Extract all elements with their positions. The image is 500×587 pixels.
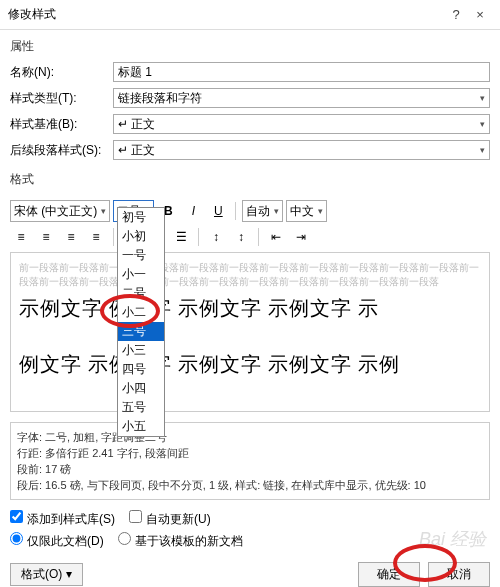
auto-update-checkbox[interactable]: 自动更新(U) [129, 510, 211, 528]
linespace-2-icon[interactable]: ☰ [170, 226, 192, 248]
type-label: 样式类型(T): [10, 90, 105, 107]
watermark: Bai 经验 [419, 527, 486, 551]
base-value: ↵ 正文 [118, 116, 155, 133]
size-option[interactable]: 三号 [118, 322, 164, 341]
desc-l1: 字体: 二号, 加粗, 字距调整二号 [17, 429, 483, 445]
align-justify-icon[interactable]: ≡ [85, 226, 107, 248]
properties-label: 属性 [0, 30, 500, 59]
italic-button[interactable]: I [182, 200, 204, 222]
font-value: 宋体 (中文正文) [14, 203, 101, 220]
chevron-down-icon: ▾ [480, 119, 485, 129]
name-label: 名称(N): [10, 64, 105, 81]
format-menu-button[interactable]: 格式(O) ▾ [10, 563, 83, 586]
lang-combo[interactable]: 中文 ▾ [286, 200, 327, 222]
preview-pane: 前一段落前一段落前一段落前一段落前一段落前一段落前一段落前一段落前一段落前一段落… [10, 252, 490, 412]
size-option[interactable]: 初号 [118, 208, 164, 227]
base-select[interactable]: ↵ 正文 ▾ [113, 114, 490, 134]
type-select[interactable]: 链接段落和字符 ▾ [113, 88, 490, 108]
size-option[interactable]: 四号 [118, 360, 164, 379]
grey-context: 前一段落前一段落前一段落前一段落前一段落前一段落前一段落前一段落前一段落前一段落… [19, 261, 481, 289]
size-option[interactable]: 小五 [118, 417, 164, 436]
font-combo[interactable]: 宋体 (中文正文) ▾ [10, 200, 110, 222]
type-value: 链接段落和字符 [118, 90, 202, 107]
next-label: 后续段落样式(S): [10, 142, 105, 159]
desc-l4: 段后: 16.5 磅, 与下段同页, 段中不分页, 1 级, 样式: 链接, 在… [17, 477, 483, 493]
align-center-icon[interactable]: ≡ [35, 226, 57, 248]
align-right-icon[interactable]: ≡ [60, 226, 82, 248]
indent-left-icon[interactable]: ⇤ [265, 226, 287, 248]
desc-l3: 段前: 17 磅 [17, 461, 483, 477]
sample-text-2: 例文字 示例文字 示例文字 示例文字 示例 [19, 345, 481, 383]
desc-l2: 行距: 多倍行距 2.41 字行, 段落间距 [17, 445, 483, 461]
size-option[interactable]: 二号 [118, 284, 164, 303]
size-option[interactable]: 一号 [118, 246, 164, 265]
indent-right-icon[interactable]: ⇥ [290, 226, 312, 248]
size-option[interactable]: 小二 [118, 303, 164, 322]
align-left-icon[interactable]: ≡ [10, 226, 32, 248]
base-label: 样式基准(B): [10, 116, 105, 133]
template-radio[interactable]: 基于该模板的新文档 [118, 532, 243, 550]
style-description: 字体: 二号, 加粗, 字距调整二号 行距: 多倍行距 2.41 字行, 段落间… [10, 422, 490, 500]
next-value: ↵ 正文 [118, 142, 155, 159]
cancel-button[interactable]: 取消 [428, 562, 490, 587]
size-dropdown[interactable]: 初号小初一号小一二号小二三号小三四号小四五号小五 [117, 207, 165, 437]
chevron-down-icon: ▾ [274, 206, 279, 216]
doc-only-radio[interactable]: 仅限此文档(D) [10, 532, 104, 550]
help-button[interactable]: ? [444, 7, 468, 22]
size-option[interactable]: 小三 [118, 341, 164, 360]
chevron-down-icon: ▾ [318, 206, 323, 216]
color-value: 自动 [246, 203, 274, 220]
next-select[interactable]: ↵ 正文 ▾ [113, 140, 490, 160]
chevron-down-icon: ▾ [101, 206, 106, 216]
ok-button[interactable]: 确定 [358, 562, 420, 587]
lang-value: 中文 [290, 203, 318, 220]
color-combo[interactable]: 自动 ▾ [242, 200, 283, 222]
chevron-down-icon: ▾ [480, 93, 485, 103]
format-label: 格式 [0, 163, 500, 192]
para-space-up-icon[interactable]: ↕ [205, 226, 227, 248]
size-option[interactable]: 五号 [118, 398, 164, 417]
add-to-library-checkbox[interactable]: 添加到样式库(S) [10, 510, 115, 528]
size-option[interactable]: 小初 [118, 227, 164, 246]
sample-text-1: 示例文字 例文字 示例文字 示例文字 示 [19, 289, 481, 327]
para-space-down-icon[interactable]: ↕ [230, 226, 252, 248]
name-input[interactable] [113, 62, 490, 82]
chevron-down-icon: ▾ [480, 145, 485, 155]
close-button[interactable]: × [468, 7, 492, 22]
underline-button[interactable]: U [207, 200, 229, 222]
dialog-title: 修改样式 [8, 6, 444, 23]
size-option[interactable]: 小一 [118, 265, 164, 284]
size-option[interactable]: 小四 [118, 379, 164, 398]
